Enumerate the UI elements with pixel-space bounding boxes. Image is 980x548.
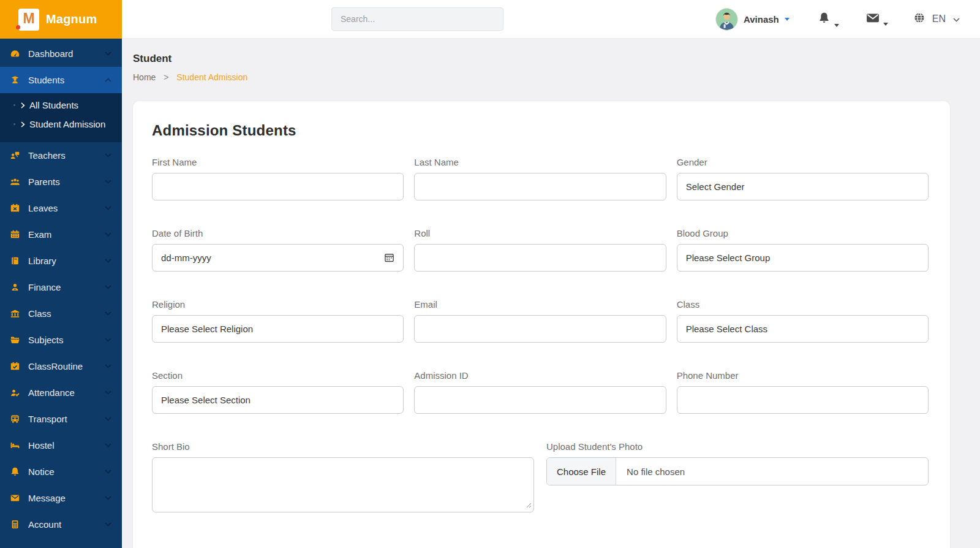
- sidebar-item-teachers[interactable]: Teachers: [0, 142, 122, 169]
- field-label: Religion: [152, 299, 404, 310]
- phone-number-input[interactable]: [677, 386, 929, 414]
- search-box: [331, 7, 503, 31]
- sidebar-item-exam[interactable]: Exam: [0, 221, 122, 248]
- resize-grip-icon[interactable]: [526, 500, 532, 510]
- main-column: Avinash: [122, 0, 980, 548]
- sidebar-item-label: Notice: [28, 466, 97, 477]
- sidebar-item-label: Students: [28, 75, 97, 85]
- bell-icon: [818, 12, 831, 27]
- app: M Magnum DashboardStudentsAll StudentsSt…: [0, 0, 980, 548]
- field-label: Admission ID: [414, 370, 666, 381]
- messages-menu[interactable]: [866, 12, 888, 26]
- attendance-icon: [9, 387, 20, 398]
- parents-icon: [9, 177, 20, 187]
- user-avatar[interactable]: [715, 8, 738, 31]
- short-bio-textarea[interactable]: [152, 457, 534, 512]
- form-title: Admission Students: [152, 122, 929, 139]
- sidebar-item-attendance[interactable]: Attendance: [0, 379, 122, 406]
- students-submenu: All StudentsStudent Admission: [0, 93, 122, 142]
- field-gender: GenderSelect Gender: [677, 157, 929, 200]
- sidebar-item-classroutine[interactable]: ClassRoutine: [0, 353, 122, 379]
- last-name-input[interactable]: [414, 173, 666, 200]
- notifications-menu[interactable]: [818, 12, 839, 27]
- date-value: dd-mm-yyyy: [161, 253, 211, 263]
- sidebar-item-dashboard[interactable]: Dashboard: [0, 40, 122, 67]
- choose-file-button[interactable]: Choose File: [547, 458, 616, 485]
- page-title: Student: [133, 53, 950, 65]
- finance-icon: [9, 282, 20, 292]
- sidebar-item-parents[interactable]: Parents: [0, 169, 122, 195]
- language-menu[interactable]: EN: [914, 12, 960, 26]
- sidebar-item-students[interactable]: Students: [0, 67, 122, 93]
- sidebar-item-label: Parents: [28, 177, 97, 187]
- field-label: Blood Group: [677, 228, 929, 238]
- chevron-down-icon: [105, 153, 111, 158]
- form-row: ReligionPlease Select ReligionEmailClass…: [152, 299, 929, 343]
- field-blood-group: Blood GroupPlease Select Group: [677, 228, 929, 272]
- field-label: Phone Number: [677, 370, 929, 381]
- brand-logo[interactable]: M Magnum: [0, 0, 122, 39]
- chevron-down-icon: [105, 443, 111, 447]
- chevron-down-icon: [105, 364, 111, 368]
- roll-input[interactable]: [414, 244, 666, 272]
- sidebar-item-label: Attendance: [28, 387, 97, 398]
- field-phone-number: Phone Number: [677, 370, 929, 414]
- date-of-birth-input[interactable]: dd-mm-yyyy: [152, 244, 404, 272]
- religion-select[interactable]: Please Select Religion: [152, 315, 404, 343]
- sidebar-item-label: ClassRoutine: [28, 361, 97, 371]
- search-input[interactable]: [331, 7, 503, 31]
- subjects-icon: [9, 335, 20, 345]
- field-label: Email: [414, 299, 666, 310]
- field-label: Section: [152, 370, 404, 381]
- sidebar-subitem-student-admission[interactable]: Student Admission: [0, 115, 122, 134]
- chevron-down-icon: [105, 206, 111, 210]
- sidebar-item-leaves[interactable]: Leaves: [0, 195, 122, 221]
- breadcrumb-home-link[interactable]: Home: [133, 72, 156, 82]
- upload-student-s-photo-file-input[interactable]: Choose FileNo file chosen: [546, 457, 929, 485]
- user-menu[interactable]: Avinash: [744, 14, 790, 25]
- email-input[interactable]: [414, 315, 666, 343]
- sidebar-item-account[interactable]: Account: [0, 511, 122, 538]
- sidebar-item-hostel[interactable]: Hostel: [0, 432, 122, 459]
- sidebar-item-label: Exam: [28, 229, 97, 240]
- sidebar-item-message[interactable]: Message: [0, 485, 122, 511]
- gender-select[interactable]: Select Gender: [677, 173, 929, 200]
- first-name-input[interactable]: [152, 173, 404, 200]
- sidebar-item-transport[interactable]: Transport: [0, 406, 122, 432]
- sidebar-item-class[interactable]: Class: [0, 300, 122, 327]
- transport-icon: [9, 414, 20, 424]
- section-select[interactable]: Please Select Section: [152, 386, 404, 414]
- calendar-icon[interactable]: [384, 253, 394, 263]
- admission-id-input[interactable]: [414, 386, 666, 414]
- field-religion: ReligionPlease Select Religion: [152, 299, 404, 343]
- sidebar-item-notice[interactable]: Notice: [0, 459, 122, 485]
- chevron-right-icon: [21, 119, 25, 129]
- brand-name: Magnum: [46, 12, 97, 26]
- selected-value: Select Gender: [686, 181, 745, 192]
- field-label: Gender: [677, 157, 929, 167]
- mail-icon: [866, 12, 880, 26]
- sidebar-item-library[interactable]: Library: [0, 248, 122, 274]
- chevron-down-icon: [105, 285, 111, 289]
- form-row: Date of Birthdd-mm-yyyyRollBlood GroupPl…: [152, 228, 929, 272]
- sidebar-item-finance[interactable]: Finance: [0, 274, 122, 300]
- chevron-right-icon: [21, 100, 25, 110]
- bullet-dot: [13, 104, 15, 106]
- blood-group-select[interactable]: Please Select Group: [677, 244, 929, 272]
- class-select[interactable]: Please Select Class: [677, 315, 929, 343]
- selected-value: Please Select Group: [686, 253, 771, 263]
- sidebar-item-subjects[interactable]: Subjects: [0, 327, 122, 353]
- chevron-down-icon: [105, 259, 111, 263]
- leaves-icon: [9, 203, 20, 213]
- breadcrumb-separator: >: [164, 72, 168, 82]
- chevron-down-icon: [105, 470, 111, 474]
- selected-value: Please Select Religion: [161, 324, 253, 334]
- field-roll: Roll: [414, 228, 666, 272]
- field-upload-student-s-photo: Upload Student's PhotoChoose FileNo file…: [546, 441, 929, 512]
- field-last-name: Last Name: [414, 157, 666, 200]
- field-label: Roll: [414, 228, 666, 238]
- field-date-of-birth: Date of Birthdd-mm-yyyy: [152, 228, 404, 272]
- field-label: Date of Birth: [152, 228, 404, 238]
- sidebar-subitem-all-students[interactable]: All Students: [0, 96, 122, 115]
- chevron-down-icon: [105, 180, 111, 184]
